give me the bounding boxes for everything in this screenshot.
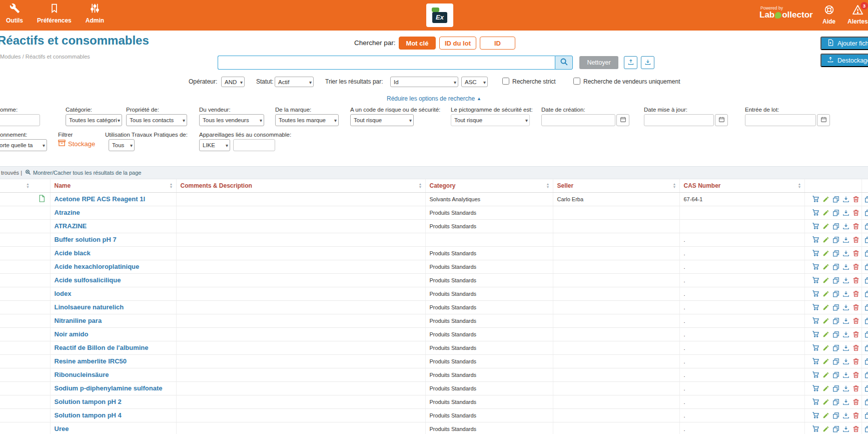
table-row[interactable]: ATRAZINE Produits Standards bbox=[0, 219, 868, 233]
name-filter-input[interactable] bbox=[0, 114, 40, 126]
duplicate-icon[interactable] bbox=[832, 398, 840, 406]
download-row-icon[interactable] bbox=[842, 411, 850, 419]
duplicate-icon[interactable] bbox=[832, 411, 840, 419]
duplicate-icon[interactable] bbox=[832, 276, 840, 284]
extra-action-icon[interactable] bbox=[864, 398, 868, 406]
sheet-icon[interactable] bbox=[38, 195, 46, 203]
duplicate-icon[interactable] bbox=[832, 357, 840, 365]
cart-icon[interactable] bbox=[812, 276, 820, 284]
add-record-button[interactable]: Ajouter fiche bbox=[820, 37, 868, 50]
delete-trash-icon[interactable] bbox=[852, 330, 860, 338]
delete-trash-icon[interactable] bbox=[852, 371, 860, 379]
duplicate-icon[interactable] bbox=[832, 371, 840, 379]
delete-trash-icon[interactable] bbox=[852, 384, 860, 392]
status-select[interactable]: Actif▾ bbox=[275, 77, 314, 87]
delete-trash-icon[interactable] bbox=[852, 222, 860, 230]
table-row[interactable]: Sodium p-diphenylamine sulfonate Produit… bbox=[0, 381, 868, 395]
download-row-icon[interactable] bbox=[842, 384, 850, 392]
reagent-name-link[interactable]: Atrazine bbox=[55, 209, 80, 216]
download-row-icon[interactable] bbox=[842, 263, 850, 271]
reagent-name-link[interactable]: Acetone RPE ACS Reagent 1l bbox=[55, 195, 146, 203]
edit-pencil-icon[interactable] bbox=[822, 276, 830, 284]
cart-icon[interactable] bbox=[812, 236, 820, 244]
extra-action-icon[interactable] bbox=[864, 317, 868, 325]
extra-action-icon[interactable] bbox=[864, 411, 868, 419]
reagent-name-link[interactable]: ATRAZINE bbox=[55, 222, 87, 230]
edit-pencil-icon[interactable] bbox=[822, 263, 830, 271]
delete-trash-icon[interactable] bbox=[852, 425, 860, 433]
download-row-icon[interactable] bbox=[842, 236, 850, 244]
table-row[interactable]: Solution tampon pH 4 Produits Standards … bbox=[0, 408, 868, 422]
sort-icon[interactable] bbox=[546, 183, 550, 189]
download-row-icon[interactable] bbox=[842, 276, 850, 284]
lot-entry-date-input[interactable] bbox=[745, 114, 816, 126]
table-row[interactable]: Ribonucleinsäure Produits Standards . bbox=[0, 368, 868, 381]
strict-search-checkbox[interactable] bbox=[502, 78, 509, 85]
edit-pencil-icon[interactable] bbox=[822, 425, 830, 433]
risk-code-select[interactable]: Tout risque▾ bbox=[350, 114, 414, 126]
delete-trash-icon[interactable] bbox=[852, 303, 860, 311]
edit-pencil-icon[interactable] bbox=[822, 344, 830, 352]
duplicate-icon[interactable] bbox=[832, 263, 840, 271]
creation-date-input[interactable] bbox=[541, 114, 615, 126]
cart-icon[interactable] bbox=[812, 384, 820, 392]
destock-button[interactable]: Destockage bbox=[820, 54, 868, 67]
brand-select[interactable]: Toutes les marque▾ bbox=[275, 114, 339, 126]
extra-action-icon[interactable] bbox=[864, 330, 868, 338]
delete-trash-icon[interactable] bbox=[852, 317, 860, 325]
help-button[interactable]: Aide bbox=[822, 5, 835, 25]
cart-icon[interactable] bbox=[812, 344, 820, 352]
reagent-name-link[interactable]: Reactif de Billon de l'albumine bbox=[55, 344, 149, 351]
search-submit-button[interactable] bbox=[555, 56, 573, 70]
table-row[interactable]: Solution tampon pH 2 Produits Standards … bbox=[0, 395, 868, 408]
delete-trash-icon[interactable] bbox=[852, 209, 860, 217]
delete-trash-icon[interactable] bbox=[852, 344, 860, 352]
download-row-icon[interactable] bbox=[842, 290, 850, 298]
reagent-name-link[interactable]: Nitraniline para bbox=[55, 317, 102, 324]
vendors-only-checkbox[interactable] bbox=[573, 78, 580, 85]
storage-filter-link[interactable]: Stockage bbox=[58, 139, 95, 148]
delete-trash-icon[interactable] bbox=[852, 398, 860, 406]
extra-action-icon[interactable] bbox=[864, 344, 868, 352]
edit-pencil-icon[interactable] bbox=[822, 357, 830, 365]
table-row[interactable]: Acide hexachloroplatinique Produits Stan… bbox=[0, 260, 868, 273]
cart-icon[interactable] bbox=[812, 209, 820, 217]
delete-trash-icon[interactable] bbox=[852, 411, 860, 419]
clear-search-button[interactable]: Nettoyer bbox=[579, 56, 618, 69]
sort-icon[interactable] bbox=[798, 183, 801, 189]
update-date-picker-button[interactable] bbox=[715, 114, 728, 126]
extra-action-icon[interactable] bbox=[864, 290, 868, 298]
download-row-icon[interactable] bbox=[842, 209, 850, 217]
column-seller[interactable]: Seller bbox=[553, 179, 679, 192]
duplicate-icon[interactable] bbox=[832, 330, 840, 338]
menu-item-admin[interactable]: Admin bbox=[86, 3, 104, 24]
cart-icon[interactable] bbox=[812, 303, 820, 311]
delete-trash-icon[interactable] bbox=[852, 290, 860, 298]
table-row[interactable]: Resine amberlite IRC50 Produits Standard… bbox=[0, 354, 868, 368]
download-row-icon[interactable] bbox=[842, 425, 850, 433]
reagent-name-link[interactable]: Resine amberlite IRC50 bbox=[55, 357, 127, 365]
creation-date-picker-button[interactable] bbox=[616, 114, 629, 126]
cart-icon[interactable] bbox=[812, 357, 820, 365]
duplicate-icon[interactable] bbox=[832, 195, 840, 203]
duplicate-icon[interactable] bbox=[832, 384, 840, 392]
alerts-button[interactable]: 3 Alertes bbox=[847, 5, 868, 25]
sort-icon[interactable] bbox=[170, 183, 173, 189]
download-row-icon[interactable] bbox=[842, 249, 850, 257]
collapse-search-options-link[interactable]: Réduire les options de recherche ▲ bbox=[387, 95, 481, 102]
search-mode-id-button[interactable]: ID bbox=[480, 37, 515, 50]
delete-trash-icon[interactable] bbox=[852, 195, 860, 203]
reagent-name-link[interactable]: Noir amido bbox=[55, 330, 89, 338]
download-row-icon[interactable] bbox=[842, 357, 850, 365]
app-logo[interactable]: Ex bbox=[426, 4, 453, 27]
column-category[interactable]: Category bbox=[425, 179, 553, 192]
search-mode-lot-id-button[interactable]: ID du lot bbox=[439, 37, 476, 50]
duplicate-icon[interactable] bbox=[832, 222, 840, 230]
extra-action-icon[interactable] bbox=[864, 236, 868, 244]
column-name[interactable]: Name bbox=[50, 179, 176, 192]
duplicate-icon[interactable] bbox=[832, 425, 840, 433]
sort-icon[interactable] bbox=[419, 183, 422, 189]
cart-icon[interactable] bbox=[812, 290, 820, 298]
edit-pencil-icon[interactable] bbox=[822, 411, 830, 419]
edit-pencil-icon[interactable] bbox=[822, 398, 830, 406]
